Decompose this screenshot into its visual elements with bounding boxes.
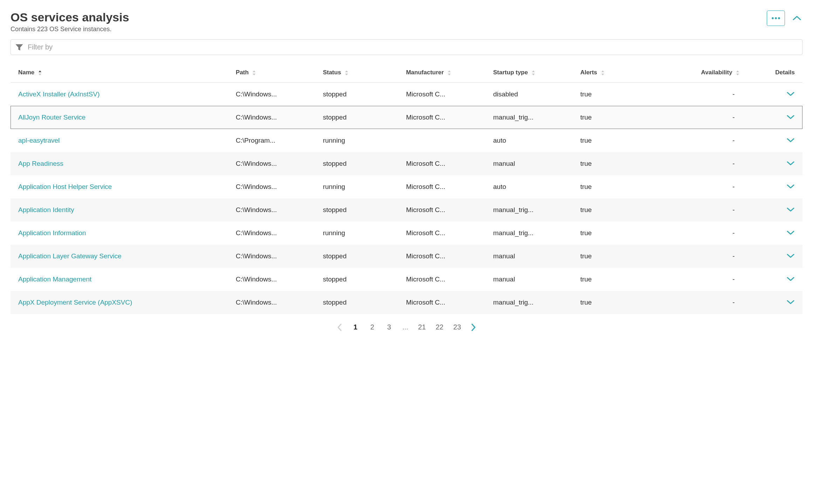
cell-status: stopped xyxy=(319,106,402,129)
collapse-section-button[interactable] xyxy=(791,13,802,24)
cell-manufacturer: Microsoft C... xyxy=(403,106,490,129)
cell-manufacturer: Microsoft C... xyxy=(403,198,490,222)
cell-status: running xyxy=(319,175,402,198)
table-row[interactable]: Application Layer Gateway ServiceC:\Wind… xyxy=(11,245,802,268)
column-header-status[interactable]: Status xyxy=(319,65,402,83)
service-name-link[interactable]: AppX Deployment Service (AppXSVC) xyxy=(18,299,132,306)
table-row[interactable]: ActiveX Installer (AxInstSV)C:\Windows..… xyxy=(11,83,802,106)
pagination: 123...212223 xyxy=(11,323,802,331)
cell-availability: - xyxy=(648,129,743,152)
expand-row-button[interactable] xyxy=(786,277,795,281)
service-name-link[interactable]: ActiveX Installer (AxInstSV) xyxy=(18,90,100,98)
pagination-page[interactable]: 2 xyxy=(369,323,376,331)
cell-availability: - xyxy=(648,152,743,175)
cell-startup: auto xyxy=(490,175,577,198)
expand-row-button[interactable] xyxy=(786,91,795,96)
pagination-prev[interactable] xyxy=(337,323,342,331)
expand-row-button[interactable] xyxy=(786,115,795,120)
cell-alerts: true xyxy=(577,198,648,222)
pagination-page[interactable]: 23 xyxy=(453,323,461,331)
column-header-path[interactable]: Path xyxy=(232,65,320,83)
column-header-availability[interactable]: Availability xyxy=(648,65,743,83)
table-row[interactable]: App ReadinessC:\Windows...stoppedMicroso… xyxy=(11,152,802,175)
expand-row-button[interactable] xyxy=(786,300,795,305)
column-header-alerts[interactable]: Alerts xyxy=(577,65,648,83)
table-row[interactable]: Application ManagementC:\Windows...stopp… xyxy=(11,268,802,291)
pagination-page[interactable]: 1 xyxy=(352,323,359,331)
cell-alerts: true xyxy=(577,129,648,152)
sort-icon xyxy=(736,70,739,75)
service-name-link[interactable]: Application Layer Gateway Service xyxy=(18,252,122,260)
table-row[interactable]: AllJoyn Router ServiceC:\Windows...stopp… xyxy=(11,106,802,129)
cell-manufacturer: Microsoft C... xyxy=(403,175,490,198)
cell-manufacturer: Microsoft C... xyxy=(403,152,490,175)
cell-alerts: true xyxy=(577,83,648,106)
expand-row-button[interactable] xyxy=(786,230,795,235)
chevron-down-icon xyxy=(786,253,795,258)
cell-status: stopped xyxy=(319,245,402,268)
cell-path: C:\Windows... xyxy=(232,175,320,198)
filter-bar[interactable] xyxy=(11,39,802,55)
cell-alerts: true xyxy=(577,106,648,129)
cell-availability: - xyxy=(648,175,743,198)
cell-status: stopped xyxy=(319,152,402,175)
table-row[interactable]: AppX Deployment Service (AppXSVC)C:\Wind… xyxy=(11,291,802,314)
svg-marker-10 xyxy=(448,70,451,72)
table-row[interactable]: Application IdentityC:\Windows...stopped… xyxy=(11,198,802,222)
column-header-manufacturer[interactable]: Manufacturer xyxy=(403,65,490,83)
pagination-next[interactable] xyxy=(471,323,476,331)
service-name-link[interactable]: App Readiness xyxy=(18,160,63,167)
service-name-link[interactable]: AllJoyn Router Service xyxy=(18,114,86,121)
chevron-down-icon xyxy=(786,91,795,96)
table-row[interactable]: apl-easytravelC:\Program...runningautotr… xyxy=(11,129,802,152)
service-name-link[interactable]: Application Information xyxy=(18,229,86,237)
cell-manufacturer xyxy=(403,129,490,152)
expand-row-button[interactable] xyxy=(786,161,795,166)
chevron-down-icon xyxy=(786,277,795,281)
cell-status: stopped xyxy=(319,268,402,291)
svg-marker-15 xyxy=(601,74,604,75)
cell-path: C:\Windows... xyxy=(232,83,320,106)
cell-availability: - xyxy=(648,198,743,222)
expand-row-button[interactable] xyxy=(786,184,795,189)
column-header-startup[interactable]: Startup type xyxy=(490,65,577,83)
expand-row-button[interactable] xyxy=(786,207,795,212)
cell-status: running xyxy=(319,222,402,245)
pagination-page[interactable]: 21 xyxy=(418,323,426,331)
cell-startup: manual_trig... xyxy=(490,106,577,129)
table-row[interactable]: Application InformationC:\Windows...runn… xyxy=(11,222,802,245)
svg-marker-12 xyxy=(532,70,535,72)
cell-availability: - xyxy=(648,106,743,129)
cell-alerts: true xyxy=(577,268,648,291)
filter-input[interactable] xyxy=(28,43,797,51)
svg-marker-13 xyxy=(532,74,535,75)
service-name-link[interactable]: apl-easytravel xyxy=(18,137,60,144)
expand-row-button[interactable] xyxy=(786,138,795,143)
sort-icon xyxy=(345,70,348,75)
table-header-row: Name Path Status Manufacturer xyxy=(11,65,802,83)
cell-startup: manual_trig... xyxy=(490,222,577,245)
page-title: OS services analysis xyxy=(11,11,129,24)
svg-marker-3 xyxy=(16,45,22,50)
cell-manufacturer: Microsoft C... xyxy=(403,83,490,106)
pagination-page[interactable]: 3 xyxy=(385,323,392,331)
svg-marker-9 xyxy=(345,74,348,75)
cell-startup: manual xyxy=(490,152,577,175)
cell-availability: - xyxy=(648,83,743,106)
chevron-down-icon xyxy=(786,184,795,189)
sort-icon xyxy=(532,70,535,75)
page-subtitle: Contains 223 OS Service instances. xyxy=(11,26,129,33)
cell-startup: manual xyxy=(490,268,577,291)
more-actions-button[interactable] xyxy=(767,11,785,26)
pagination-page[interactable]: 22 xyxy=(436,323,443,331)
cell-path: C:\Windows... xyxy=(232,291,320,314)
table-row[interactable]: Application Host Helper ServiceC:\Window… xyxy=(11,175,802,198)
service-name-link[interactable]: Application Host Helper Service xyxy=(18,183,112,190)
chevron-down-icon xyxy=(786,161,795,166)
column-header-name[interactable]: Name xyxy=(11,65,232,83)
expand-row-button[interactable] xyxy=(786,253,795,258)
service-name-link[interactable]: Application Identity xyxy=(18,206,74,213)
chevron-down-icon xyxy=(786,138,795,143)
service-name-link[interactable]: Application Management xyxy=(18,275,91,283)
cell-startup: auto xyxy=(490,129,577,152)
